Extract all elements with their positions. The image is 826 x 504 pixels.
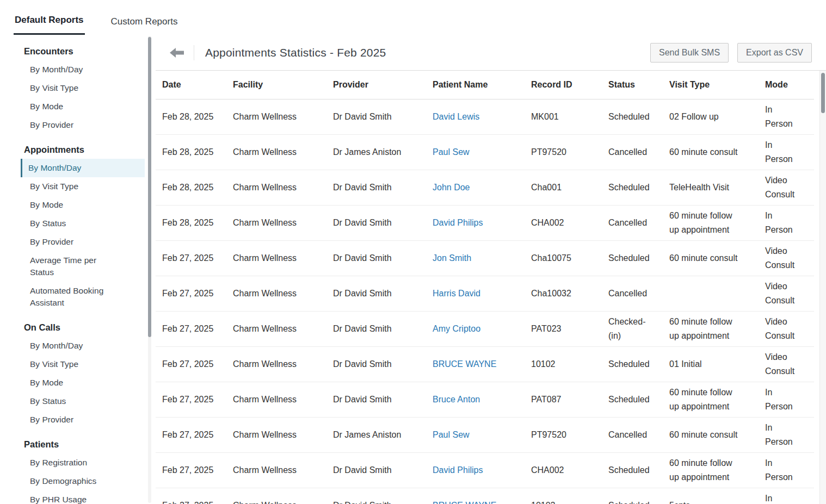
sidebar-item-by-mode[interactable]: By Mode xyxy=(21,196,145,214)
cell-record_id: MK001 xyxy=(527,99,604,134)
cell-patient: Paul Sew xyxy=(428,134,527,170)
cell-status: Scheduled xyxy=(604,99,665,134)
cell-patient: Paul Sew xyxy=(428,417,527,452)
sidebar-item-by-phr-usage[interactable]: By PHR Usage xyxy=(21,490,145,504)
sidebar-section-encounters: Encounters xyxy=(13,41,151,60)
sidebar-item-by-month-day[interactable]: By Month/Day xyxy=(21,60,145,79)
back-arrow-glyph xyxy=(170,48,184,58)
patient-link[interactable]: Paul Sew xyxy=(433,147,470,157)
cell-provider: Dr David Smith xyxy=(329,382,428,417)
appointments-table-wrap: DateFacilityProviderPatient NameRecord I… xyxy=(156,71,826,504)
reports-sidebar: EncountersBy Month/DayBy Visit TypeBy Mo… xyxy=(13,35,151,504)
tab-default-reports[interactable]: Default Reports xyxy=(14,5,85,35)
header-divider xyxy=(194,45,194,60)
patient-link[interactable]: BRUCE WAYNE xyxy=(433,501,496,504)
cell-facility: Charm Wellness xyxy=(229,452,329,488)
cell-date: Feb 27, 2025 xyxy=(156,417,229,452)
cell-patient: BRUCE WAYNE xyxy=(428,346,527,382)
sidebar-item-by-provider[interactable]: By Provider xyxy=(21,233,145,251)
cell-record_id: PT97520 xyxy=(527,134,604,170)
patient-link[interactable]: Paul Sew xyxy=(433,430,470,439)
cell-facility: Charm Wellness xyxy=(229,276,329,311)
cell-visit_type: 60 minute follow up appointment xyxy=(665,205,761,240)
cell-mode: Video Consult xyxy=(761,346,814,382)
cell-status: Scheduled xyxy=(604,346,665,382)
cell-date: Feb 28, 2025 xyxy=(156,99,229,134)
table-row: Feb 27, 2025Charm WellnessDr David Smith… xyxy=(156,488,814,504)
sidebar-item-by-visit-type[interactable]: By Visit Type xyxy=(21,355,145,374)
sidebar-item-by-provider[interactable]: By Provider xyxy=(21,410,145,429)
sidebar-item-by-mode[interactable]: By Mode xyxy=(21,97,145,116)
table-row: Feb 27, 2025Charm WellnessDr David Smith… xyxy=(156,452,814,488)
patient-link[interactable]: Amy Criptoo xyxy=(433,324,480,333)
sidebar-item-by-provider[interactable]: By Provider xyxy=(21,116,145,134)
cell-mode: In Person xyxy=(761,134,814,170)
column-header-record-id: Record ID xyxy=(527,71,604,99)
cell-record_id: PAT023 xyxy=(527,311,604,346)
tab-custom-reports[interactable]: Custom Reports xyxy=(110,7,179,35)
cell-status: Scheduled xyxy=(604,382,665,417)
cell-record_id: Cha001 xyxy=(527,170,604,205)
cell-date: Feb 27, 2025 xyxy=(156,488,229,504)
cell-patient: David Lewis xyxy=(428,99,527,134)
cell-patient: David Philips xyxy=(428,452,527,488)
patient-link[interactable]: John Doe xyxy=(433,183,470,192)
sidebar-item-by-month-day[interactable]: By Month/Day xyxy=(21,159,145,177)
column-header-patient-name: Patient Name xyxy=(428,71,527,99)
cell-patient: Bruce Anton xyxy=(428,382,527,417)
cell-record_id: Cha10075 xyxy=(527,240,604,276)
sidebar-scrollbar-thumb[interactable] xyxy=(148,37,151,337)
cell-provider: Dr David Smith xyxy=(329,99,428,134)
sidebar-item-by-visit-type[interactable]: By Visit Type xyxy=(21,177,145,196)
cell-visit_type: 5cpts xyxy=(665,488,761,504)
cell-date: Feb 27, 2025 xyxy=(156,382,229,417)
column-header-mode: Mode xyxy=(761,71,814,99)
patient-link[interactable]: Jon Smith xyxy=(433,253,471,263)
cell-patient: Jon Smith xyxy=(428,240,527,276)
table-scrollbar-thumb[interactable] xyxy=(821,73,825,113)
cell-facility: Charm Wellness xyxy=(229,205,329,240)
export-as-csv-button[interactable]: Export as CSV xyxy=(737,43,812,63)
cell-facility: Charm Wellness xyxy=(229,346,329,382)
cell-record_id: PAT087 xyxy=(527,382,604,417)
cell-patient: Harris David xyxy=(428,276,527,311)
table-body: Feb 28, 2025Charm WellnessDr David Smith… xyxy=(156,99,814,504)
patient-link[interactable]: Harris David xyxy=(433,289,480,298)
patient-link[interactable]: David Philips xyxy=(433,465,483,475)
cell-visit_type: 60 minute follow up appointment xyxy=(665,311,761,346)
sidebar-item-by-status[interactable]: By Status xyxy=(21,392,145,410)
patient-link[interactable]: David Lewis xyxy=(433,112,479,121)
sidebar-item-automated-booking-assistant[interactable]: Automated Booking Assistant xyxy=(21,282,145,312)
table-row: Feb 27, 2025Charm WellnessDr James Anist… xyxy=(156,417,814,452)
table-row: Feb 28, 2025Charm WellnessDr James Anist… xyxy=(156,134,814,170)
patient-link[interactable]: David Philips xyxy=(433,218,483,227)
table-scrollbar[interactable] xyxy=(819,71,826,504)
content-area: EncountersBy Month/DayBy Visit TypeBy Mo… xyxy=(0,35,826,504)
send-bulk-sms-button[interactable]: Send Bulk SMS xyxy=(650,43,729,63)
page-title: Appointments Statistics - Feb 2025 xyxy=(205,46,386,59)
cell-record_id: 10102 xyxy=(527,346,604,382)
sidebar-item-by-month-day[interactable]: By Month/Day xyxy=(21,337,145,355)
cell-facility: Charm Wellness xyxy=(229,170,329,205)
cell-visit_type: TeleHealth Visit xyxy=(665,170,761,205)
sidebar-item-average-time-per-status[interactable]: Average Time per Status xyxy=(21,251,145,282)
sidebar-item-by-demographics[interactable]: By Demographics xyxy=(21,472,145,490)
sidebar-item-by-registration[interactable]: By Registration xyxy=(21,453,145,472)
cell-date: Feb 27, 2025 xyxy=(156,346,229,382)
patient-link[interactable]: Bruce Anton xyxy=(433,395,480,404)
cell-status: Cancelled xyxy=(604,205,665,240)
sidebar-item-by-visit-type[interactable]: By Visit Type xyxy=(21,79,145,97)
cell-record_id: PT97520 xyxy=(527,417,604,452)
sidebar-scrollbar[interactable] xyxy=(148,36,151,503)
cell-mode: In Person xyxy=(761,205,814,240)
cell-visit_type xyxy=(665,276,761,311)
sidebar-item-by-status[interactable]: By Status xyxy=(21,214,145,233)
cell-provider: Dr David Smith xyxy=(329,240,428,276)
cell-date: Feb 27, 2025 xyxy=(156,452,229,488)
sidebar-item-by-mode[interactable]: By Mode xyxy=(21,374,145,392)
patient-link[interactable]: BRUCE WAYNE xyxy=(433,359,496,369)
table-row: Feb 27, 2025Charm WellnessDr David Smith… xyxy=(156,276,814,311)
back-arrow-icon[interactable] xyxy=(170,47,185,58)
sidebar-section-patients: Patients xyxy=(13,434,151,453)
report-header: Appointments Statistics - Feb 2025 Send … xyxy=(156,35,826,71)
